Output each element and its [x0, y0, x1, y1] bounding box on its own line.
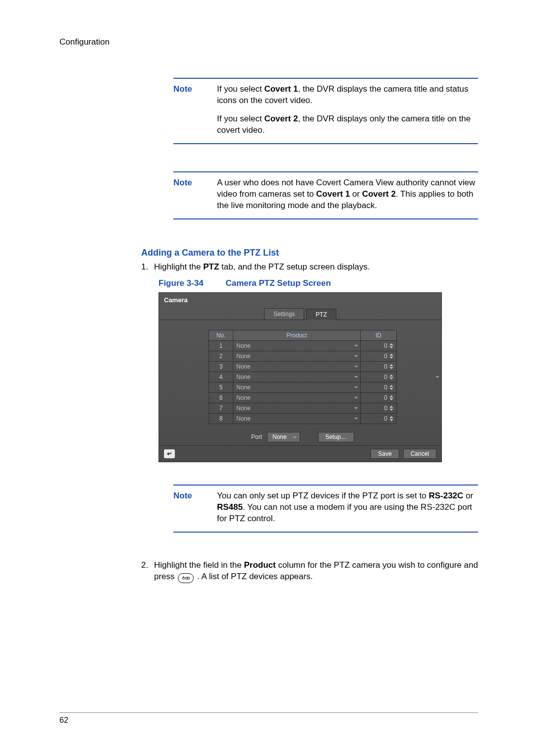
cell-id[interactable]: 0 [361, 362, 397, 372]
id-stepper[interactable] [389, 373, 395, 381]
page-number: 62 [59, 716, 68, 724]
text: . You can not use a modem if you are usi… [217, 502, 472, 523]
running-head: Configuration [59, 37, 478, 48]
window-title: Camera [159, 293, 441, 305]
cell-product[interactable]: None [233, 403, 361, 414]
id-stepper[interactable] [389, 393, 395, 402]
text: If you select [217, 114, 264, 123]
chevron-down-icon [354, 376, 358, 378]
text: You can only set up PTZ devices if the P… [217, 491, 428, 500]
note-label: Note [173, 177, 213, 212]
id-stepper[interactable] [389, 414, 395, 423]
cell-id[interactable]: 0 [361, 414, 397, 424]
port-dropdown[interactable]: None [267, 432, 300, 442]
col-product[interactable]: Product [233, 330, 361, 341]
chevron-down-icon [293, 436, 297, 438]
chevron-down-icon [389, 398, 393, 400]
cell-product[interactable]: None [233, 341, 361, 351]
step-number: 2. [141, 560, 154, 583]
cell-product[interactable]: None [233, 351, 361, 362]
ptz-table-body: 1None02None03None04None05None06None07Non… [209, 341, 397, 424]
chevron-down-icon [354, 366, 358, 368]
table-row: 6None0 [209, 393, 397, 403]
figure-title: Camera PTZ Setup Screen [225, 278, 331, 288]
col-no: No. [209, 330, 233, 341]
chevron-down-icon [389, 367, 393, 369]
chevron-down-icon [389, 346, 393, 348]
section-title: Adding a Camera to the PTZ List [141, 247, 478, 259]
cell-product[interactable]: None [233, 382, 361, 393]
cancel-button[interactable]: Cancel [403, 449, 436, 459]
chevron-down-icon [354, 407, 358, 409]
note-label: Note [173, 84, 213, 136]
text-bold: PTZ [203, 262, 219, 271]
tab-settings[interactable]: Settings [264, 308, 304, 320]
chevron-down-icon [435, 376, 439, 378]
chevron-down-icon [389, 419, 393, 421]
cell-no: 8 [209, 414, 233, 424]
note-body: A user who does not have Covert Camera V… [217, 177, 478, 212]
chevron-down-icon [389, 378, 393, 379]
cell-id[interactable]: 0 [361, 393, 397, 403]
cell-product[interactable]: None [233, 362, 361, 372]
back-icon[interactable] [164, 449, 175, 458]
step-number: 1. [141, 262, 154, 273]
figure-label: Figure 3-34 [159, 278, 204, 288]
port-value: None [272, 433, 287, 440]
cell-no: 6 [209, 393, 233, 403]
text: or [463, 491, 473, 500]
chevron-up-icon [389, 354, 393, 356]
cell-id[interactable]: 0 [361, 382, 397, 393]
chevron-down-icon [389, 357, 393, 359]
id-stepper[interactable] [389, 404, 395, 413]
tab-ptz[interactable]: PTZ [306, 309, 336, 320]
cell-no: 4 [209, 372, 233, 382]
cell-no: 1 [209, 341, 233, 351]
svg-rect-1 [186, 577, 187, 579]
id-stepper[interactable] [389, 362, 395, 371]
id-stepper[interactable] [389, 341, 395, 350]
text-bold: RS485 [217, 502, 243, 512]
cell-id[interactable]: 0 [361, 351, 397, 362]
save-button[interactable]: Save [371, 449, 399, 459]
text-bold: Product [244, 560, 275, 570]
dialog-footer: Save Cancel [159, 445, 441, 462]
cell-id[interactable]: 0 [361, 372, 397, 382]
cell-id[interactable]: 0 [361, 403, 397, 414]
chevron-up-icon [389, 416, 393, 418]
table-row: 4None0 [209, 372, 397, 382]
chevron-down-icon [354, 397, 358, 399]
setup-button[interactable]: Setup… [318, 432, 354, 442]
chevron-up-icon [389, 385, 393, 387]
note-body: You can only set up PTZ devices if the P… [217, 490, 478, 525]
text: or [350, 189, 362, 199]
figure-caption: Figure 3-34 Camera PTZ Setup Screen [159, 278, 478, 289]
chevron-down-icon [354, 418, 358, 420]
text-bold: RS-232C [428, 491, 463, 500]
cell-product[interactable]: None [233, 414, 361, 424]
note-box-covert-modes: Note If you select Covert 1, the DVR dis… [173, 78, 478, 144]
chevron-down-icon [354, 355, 358, 357]
chevron-down-icon [389, 388, 393, 390]
cell-no: 3 [209, 362, 233, 372]
table-row: 3None0 [209, 362, 397, 372]
chevron-up-icon [389, 406, 393, 408]
text-bold: Covert 1 [316, 189, 350, 199]
id-stepper[interactable] [389, 383, 395, 392]
text-bold: Covert 2 [362, 189, 396, 199]
cell-no: 2 [209, 351, 233, 362]
chevron-up-icon [389, 395, 393, 397]
id-stepper[interactable] [389, 352, 395, 361]
ptz-table: No. Product ID 1None02None03None04None05… [209, 330, 397, 424]
camera-ptz-setup-screen: Camera Settings PTZ No. Product ID 1Non [159, 292, 442, 462]
enter-button-icon [178, 573, 194, 583]
table-row: 8None0 [209, 414, 397, 424]
cell-product[interactable]: None [233, 393, 361, 403]
cell-id[interactable]: 0 [361, 341, 397, 351]
cell-product[interactable]: None [233, 372, 361, 382]
text: Highlight the field in the [154, 560, 244, 570]
chevron-up-icon [389, 364, 393, 366]
note-body: If you select Covert 1, the DVR displays… [217, 84, 478, 136]
text-bold: Covert 1 [264, 84, 298, 94]
table-row: 7None0 [209, 403, 397, 414]
